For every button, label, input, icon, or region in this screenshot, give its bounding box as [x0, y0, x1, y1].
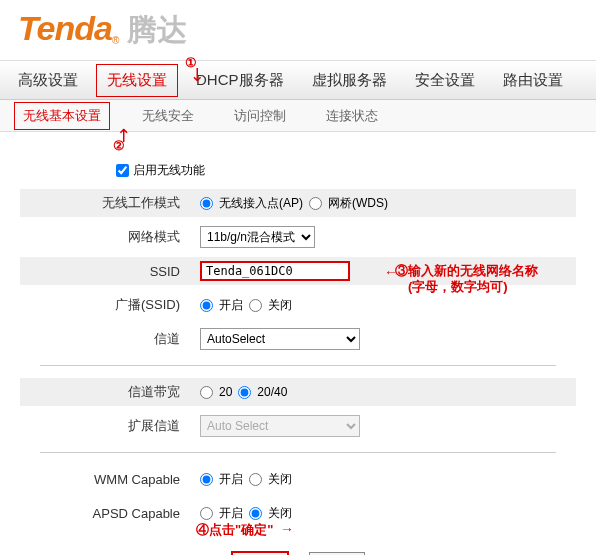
nav-security[interactable]: 安全设置 — [405, 65, 485, 96]
broadcast-on-label: 开启 — [219, 297, 243, 314]
divider-1 — [40, 365, 556, 366]
bandwidth-label: 信道带宽 — [20, 383, 200, 401]
mode-label: 无线工作模式 — [20, 194, 200, 212]
subnav-status[interactable]: 连接状态 — [318, 103, 386, 129]
nav-wireless[interactable]: 无线设置 — [96, 64, 178, 97]
extchan-label: 扩展信道 — [20, 417, 200, 435]
nav-virtual[interactable]: 虚拟服务器 — [302, 65, 397, 96]
mode-wds-radio[interactable] — [309, 197, 322, 210]
broadcast-on-radio[interactable] — [200, 299, 213, 312]
apsd-on-radio[interactable] — [200, 507, 213, 520]
bw-20-label: 20 — [219, 385, 232, 399]
logo: Tenda ® 腾达 — [18, 9, 187, 51]
divider-2 — [40, 452, 556, 453]
channel-select[interactable]: AutoSelect — [200, 328, 360, 350]
logo-registered: ® — [112, 35, 119, 46]
ssid-input[interactable] — [200, 261, 350, 281]
broadcast-row: 广播(SSID) 开启 关闭 — [20, 291, 576, 319]
sub-nav: 无线基本设置 无线安全 访问控制 连接状态 — [0, 100, 596, 132]
header: Tenda ® 腾达 — [0, 0, 596, 60]
wmm-row: WMM Capable 开启 关闭 — [20, 465, 576, 493]
bw-2040-label: 20/40 — [257, 385, 287, 399]
mode-wds-label: 网桥(WDS) — [328, 195, 388, 212]
bw-2040-radio[interactable] — [238, 386, 251, 399]
logo-text-en: Tenda — [18, 9, 112, 48]
ok-button[interactable]: 确定 — [231, 551, 289, 555]
extchan-select: Auto Select — [200, 415, 360, 437]
channel-row: 信道 AutoSelect — [20, 325, 576, 353]
enable-wireless-label: 启用无线功能 — [133, 162, 205, 179]
subnav-access[interactable]: 访问控制 — [226, 103, 294, 129]
enable-wireless-row: 启用无线功能 — [116, 162, 576, 179]
subnav-basic[interactable]: 无线基本设置 — [14, 102, 110, 130]
wmm-on-label: 开启 — [219, 471, 243, 488]
wmm-off-label: 关闭 — [268, 471, 292, 488]
mode-ap-radio[interactable] — [200, 197, 213, 210]
broadcast-label: 广播(SSID) — [20, 296, 200, 314]
apsd-off-label: 关闭 — [268, 505, 292, 522]
enable-wireless-checkbox[interactable] — [116, 164, 129, 177]
nav-dhcp[interactable]: DHCP服务器 — [186, 65, 294, 96]
apsd-off-radio[interactable] — [249, 507, 262, 520]
nav-advanced[interactable]: 高级设置 — [8, 65, 88, 96]
apsd-label: APSD Capable — [20, 506, 200, 521]
nav-routing[interactable]: 路由设置 — [493, 65, 573, 96]
channel-label: 信道 — [20, 330, 200, 348]
broadcast-off-radio[interactable] — [249, 299, 262, 312]
button-row: 确定 取消 — [20, 551, 576, 555]
extchan-row: 扩展信道 Auto Select — [20, 412, 576, 440]
subnav-security[interactable]: 无线安全 — [134, 103, 202, 129]
netmode-row: 网络模式 11b/g/n混合模式 — [20, 223, 576, 251]
netmode-label: 网络模式 — [20, 228, 200, 246]
logo-text-cn: 腾达 — [127, 10, 187, 51]
mode-ap-label: 无线接入点(AP) — [219, 195, 303, 212]
content-panel: 启用无线功能 无线工作模式 无线接入点(AP) 网桥(WDS) 网络模式 11b… — [0, 132, 596, 555]
apsd-on-label: 开启 — [219, 505, 243, 522]
main-nav: 高级设置 无线设置 DHCP服务器 虚拟服务器 安全设置 路由设置 — [0, 60, 596, 100]
bw-20-radio[interactable] — [200, 386, 213, 399]
wmm-on-radio[interactable] — [200, 473, 213, 486]
apsd-row: APSD Capable 开启 关闭 — [20, 499, 576, 527]
broadcast-off-label: 关闭 — [268, 297, 292, 314]
ssid-row: SSID — [20, 257, 576, 285]
netmode-select[interactable]: 11b/g/n混合模式 — [200, 226, 315, 248]
wmm-off-radio[interactable] — [249, 473, 262, 486]
ssid-label: SSID — [20, 264, 200, 279]
mode-row: 无线工作模式 无线接入点(AP) 网桥(WDS) — [20, 189, 576, 217]
wmm-label: WMM Capable — [20, 472, 200, 487]
bandwidth-row: 信道带宽 20 20/40 — [20, 378, 576, 406]
